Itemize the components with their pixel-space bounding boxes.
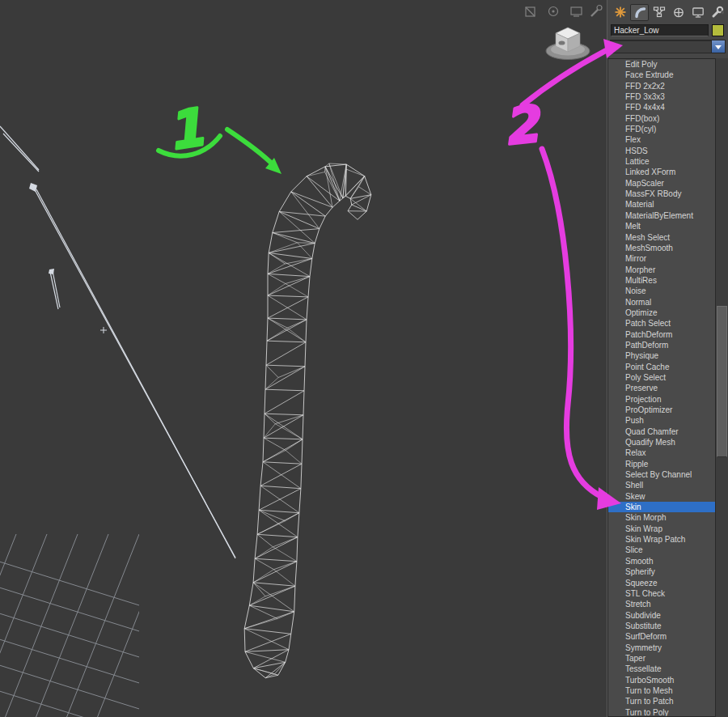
modifier-item-squeeze[interactable]: Squeeze <box>608 578 715 588</box>
modifier-item-normal[interactable]: Normal <box>608 297 715 308</box>
modifier-item-shell[interactable]: Shell <box>608 480 715 490</box>
modifier-item-pathdeform[interactable]: PathDeform <box>608 340 715 350</box>
modifier-item-slice[interactable]: Slice <box>608 545 715 555</box>
modifier-item-linked-xform[interactable]: Linked XForm <box>608 167 715 177</box>
modifier-combobox-arrow-button[interactable] <box>711 40 725 53</box>
modifier-item-ffd-box-[interactable]: FFD(box) <box>608 113 715 124</box>
modifier-item-substitute[interactable]: Substitute <box>608 621 715 631</box>
modifier-item-lattice[interactable]: Lattice <box>608 156 715 167</box>
cube-icon[interactable] <box>526 7 535 16</box>
modifier-item-preserve[interactable]: Preserve <box>608 383 715 393</box>
modifier-item-massfx-rbody[interactable]: MassFX RBody <box>608 189 715 199</box>
modifier-item-poly-select[interactable]: Poly Select <box>608 372 715 383</box>
tab-display[interactable] <box>688 4 707 21</box>
modifier-item-skin-morph[interactable]: Skin Morph <box>608 512 715 523</box>
modifier-item-smooth[interactable]: Smooth <box>608 556 715 566</box>
modifier-item-symmetry[interactable]: Symmetry <box>608 643 715 653</box>
modifier-item-skew[interactable]: Skew <box>608 491 715 502</box>
modifier-item-melt[interactable]: Melt <box>608 221 715 231</box>
modifier-item-ffd-3x3x3[interactable]: FFD 3x3x3 <box>608 91 715 102</box>
wrench-icon[interactable] <box>591 6 602 17</box>
modifier-item-mirror[interactable]: Mirror <box>608 253 715 264</box>
modifier-item-flex[interactable]: Flex <box>608 134 715 145</box>
modifier-item-meshsmooth[interactable]: MeshSmooth <box>608 243 715 253</box>
chevron-down-icon <box>715 45 722 53</box>
skeleton-bones <box>0 126 235 558</box>
command-panel-tabs <box>607 0 728 22</box>
application-window: Edit PolyFace ExtrudeFFD 2x2x2FFD 3x3x3F… <box>0 0 728 717</box>
dropdown-scrollbar[interactable] <box>715 58 728 717</box>
tab-create[interactable] <box>611 4 629 21</box>
modifier-item-noise[interactable]: Noise <box>608 286 715 296</box>
modifier-item-turn-to-mesh[interactable]: Turn to Mesh <box>608 685 715 696</box>
modifier-list-combobox[interactable] <box>610 40 726 53</box>
modifier-item-optimize[interactable]: Optimize <box>608 308 715 318</box>
modifier-item-spherify[interactable]: Spherify <box>608 566 715 577</box>
modifier-item-turn-to-patch[interactable]: Turn to Patch <box>608 696 715 706</box>
star-icon <box>614 6 627 19</box>
modifier-item-ffd-cyl-[interactable]: FFD(cyl) <box>608 124 715 134</box>
modifier-item-material[interactable]: Material <box>608 199 715 210</box>
modifier-item-turn-to-poly[interactable]: Turn to Poly <box>608 707 715 717</box>
modifier-item-skin-wrap-patch[interactable]: Skin Wrap Patch <box>608 534 715 545</box>
object-color-swatch[interactable] <box>712 24 724 36</box>
modifier-item-patchdeform[interactable]: PatchDeform <box>608 329 715 340</box>
command-panel: Edit PolyFace ExtrudeFFD 2x2x2FFD 3x3x3F… <box>607 0 728 717</box>
ground-grid <box>0 534 170 717</box>
modifier-item-surfdeform[interactable]: SurfDeform <box>608 631 715 642</box>
modifier-item-push[interactable]: Push <box>608 415 715 426</box>
modifier-item-ffd-2x2x2[interactable]: FFD 2x2x2 <box>608 81 715 91</box>
monitor-icon[interactable] <box>571 7 582 16</box>
viewport-3d[interactable] <box>0 0 607 717</box>
modifier-item-tessellate[interactable]: Tessellate <box>608 664 715 674</box>
tab-hierarchy[interactable] <box>650 4 668 21</box>
modifier-item-turbosmooth[interactable]: TurboSmooth <box>608 675 715 685</box>
modifier-item-hsds[interactable]: HSDS <box>608 146 715 156</box>
modifier-item-face-extrude[interactable]: Face Extrude <box>608 70 715 80</box>
modifier-item-relax[interactable]: Relax <box>608 448 715 458</box>
modifier-item-prooptimizer[interactable]: ProOptimizer <box>608 405 715 415</box>
modifier-item-subdivide[interactable]: Subdivide <box>608 610 715 621</box>
modifier-item-skin-wrap[interactable]: Skin Wrap <box>608 524 715 534</box>
modifier-item-stl-check[interactable]: STL Check <box>608 588 715 599</box>
tab-modify[interactable] <box>630 4 649 21</box>
wireframe-model[interactable] <box>244 163 371 678</box>
modifier-item-quadify-mesh[interactable]: Quadify Mesh <box>608 437 715 448</box>
modifier-dropdown-list[interactable]: Edit PolyFace ExtrudeFFD 2x2x2FFD 3x3x3F… <box>607 58 716 717</box>
hierarchy-links-icon <box>653 6 666 19</box>
modifier-item-physique[interactable]: Physique <box>608 350 715 361</box>
object-name-input[interactable] <box>611 24 709 36</box>
dropdown-scrollbar-thumb[interactable] <box>717 306 727 457</box>
object-name-row <box>607 22 728 38</box>
modifier-item-taper[interactable]: Taper <box>608 653 715 664</box>
tab-motion[interactable] <box>669 4 688 21</box>
modifier-item-skin[interactable]: Skin <box>608 502 715 512</box>
modifier-item-ffd-4x4x4[interactable]: FFD 4x4x4 <box>608 102 715 112</box>
modifier-item-point-cache[interactable]: Point Cache <box>608 362 715 372</box>
modifier-item-edit-poly[interactable]: Edit Poly <box>608 59 715 70</box>
modifier-item-morpher[interactable]: Morpher <box>608 265 715 275</box>
modifier-item-mesh-select[interactable]: Mesh Select <box>608 232 715 243</box>
modifier-item-patch-select[interactable]: Patch Select <box>608 318 715 329</box>
modifier-combobox-field[interactable] <box>611 40 711 53</box>
modifier-item-multires[interactable]: MultiRes <box>608 275 715 286</box>
modifier-item-stretch[interactable]: Stretch <box>608 599 715 609</box>
tab-utilities[interactable] <box>708 4 726 21</box>
modifier-item-select-by-channel[interactable]: Select By Channel <box>608 469 715 480</box>
modifier-item-quad-chamfer[interactable]: Quad Chamfer <box>608 426 715 437</box>
motion-wheel-icon <box>672 6 685 19</box>
modifier-item-materialbyelement[interactable]: MaterialByElement <box>608 210 715 221</box>
viewport-toolbar-icons[interactable] <box>526 6 602 17</box>
sphere-icon[interactable] <box>549 7 558 16</box>
modify-bend-icon <box>633 6 646 19</box>
monitor-icon <box>692 6 705 19</box>
modifier-item-ripple[interactable]: Ripple <box>608 459 715 469</box>
teapot-gizmo[interactable] <box>546 28 590 60</box>
modifier-item-mapscaler[interactable]: MapScaler <box>608 178 715 189</box>
modifier-item-projection[interactable]: Projection <box>608 394 715 405</box>
wrench-icon <box>711 6 724 19</box>
